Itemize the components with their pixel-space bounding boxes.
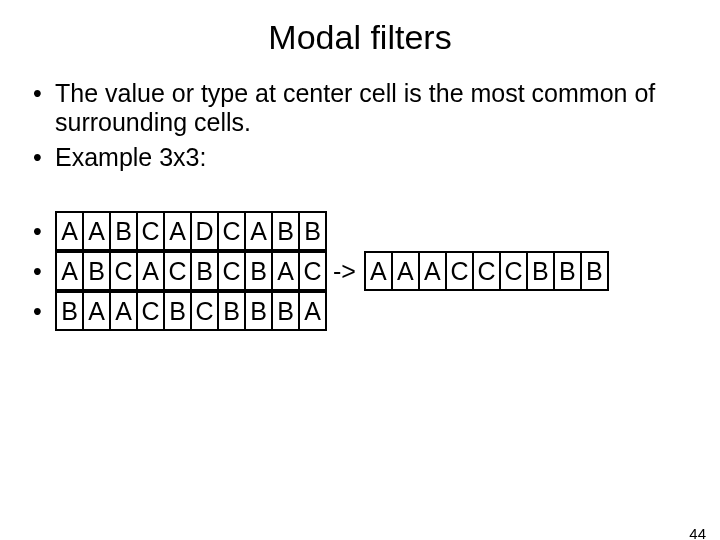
- cell: B: [244, 291, 273, 331]
- slide-title: Modal filters: [0, 18, 720, 57]
- cell: A: [244, 211, 273, 251]
- page-number: 44: [689, 525, 706, 540]
- bullet-text: The value or type at center cell is the …: [55, 79, 700, 137]
- cell: A: [364, 251, 393, 291]
- cell: C: [499, 251, 528, 291]
- cell: B: [55, 291, 84, 331]
- cell: B: [82, 251, 111, 291]
- cell: C: [190, 291, 219, 331]
- cell: C: [109, 251, 138, 291]
- slide: Modal filters • The value or type at cen…: [0, 18, 720, 540]
- cell: A: [271, 251, 300, 291]
- cell: A: [82, 291, 111, 331]
- cell: A: [55, 211, 84, 251]
- grid-row: • A B C A C B C B A C -> A A A C C C: [33, 251, 720, 291]
- cell: B: [553, 251, 582, 291]
- cell: B: [244, 251, 273, 291]
- bullet-dot-icon: •: [33, 79, 55, 108]
- example-grid: • A A B C A D C A B B • A B C A C: [33, 211, 720, 331]
- cell: B: [526, 251, 555, 291]
- cell: C: [298, 251, 327, 291]
- grid-row: • B A A C B C B B B A: [33, 291, 720, 331]
- cell: C: [163, 251, 192, 291]
- bullet-item: • The value or type at center cell is th…: [33, 79, 700, 137]
- arrow-text: ->: [327, 251, 364, 291]
- cell: B: [580, 251, 609, 291]
- cell: B: [190, 251, 219, 291]
- input-cells-row: A B C A C B C B A C: [55, 251, 327, 291]
- bullet-dot-icon: •: [33, 211, 55, 251]
- bullet-item: • Example 3x3:: [33, 143, 700, 172]
- bullet-dot-icon: •: [33, 143, 55, 172]
- cell: A: [298, 291, 327, 331]
- bullet-text: Example 3x3:: [55, 143, 700, 172]
- cell: C: [445, 251, 474, 291]
- bullet-dot-icon: •: [33, 291, 55, 331]
- input-cells-row: A A B C A D C A B B: [55, 211, 327, 251]
- cell: C: [136, 291, 165, 331]
- cell: B: [298, 211, 327, 251]
- input-cells-row: B A A C B C B B B A: [55, 291, 327, 331]
- cell: A: [391, 251, 420, 291]
- result-cells-row: A A A C C C B B B: [364, 251, 609, 291]
- cell: C: [217, 251, 246, 291]
- cell: B: [271, 291, 300, 331]
- cell: B: [271, 211, 300, 251]
- cell: A: [109, 291, 138, 331]
- grid-row: • A A B C A D C A B B: [33, 211, 720, 251]
- cell: A: [55, 251, 84, 291]
- cell: B: [217, 291, 246, 331]
- cell: A: [418, 251, 447, 291]
- cell: C: [136, 211, 165, 251]
- cell: C: [472, 251, 501, 291]
- cell: A: [163, 211, 192, 251]
- bullet-dot-icon: •: [33, 251, 55, 291]
- cell: B: [109, 211, 138, 251]
- cell: A: [82, 211, 111, 251]
- cell: D: [190, 211, 219, 251]
- cell: B: [163, 291, 192, 331]
- cell: C: [217, 211, 246, 251]
- cell: A: [136, 251, 165, 291]
- bullet-list: • The value or type at center cell is th…: [33, 79, 700, 171]
